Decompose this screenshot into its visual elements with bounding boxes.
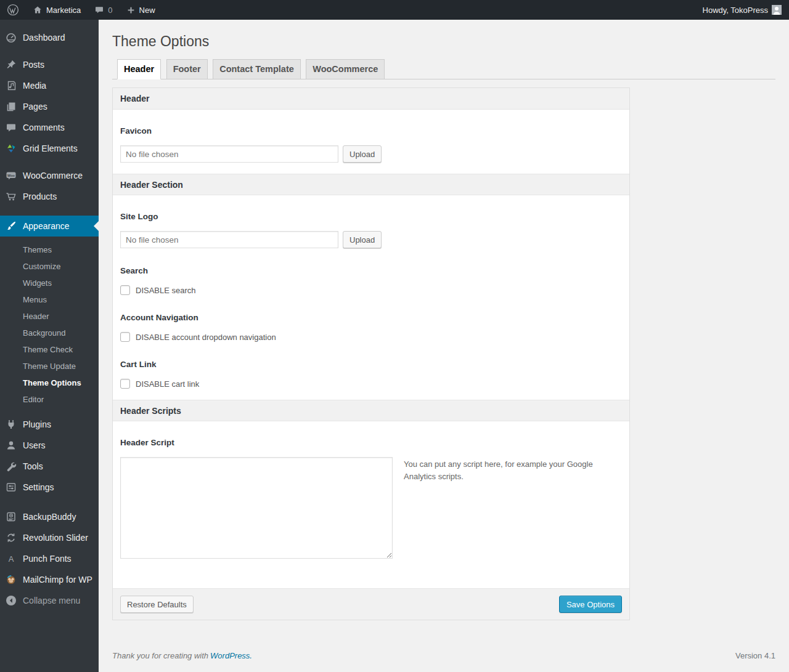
sidebar-subitem-theme-update[interactable]: Theme Update — [0, 358, 99, 374]
sidebar-item-pages[interactable]: Pages — [0, 96, 99, 117]
sidebar-item-label: Posts — [23, 59, 44, 71]
mailchimp-monkey-icon — [5, 573, 17, 586]
cart-link-label: Cart Link — [120, 360, 622, 369]
dashboard-icon — [5, 31, 17, 44]
pages-icon — [5, 100, 17, 113]
tab-contact-template[interactable]: Contact Template — [213, 59, 301, 79]
disable-account-nav-row: DISABLE account dropdown navigation — [120, 332, 622, 342]
disable-search-checkbox[interactable] — [120, 285, 130, 295]
sidebar-item-revolution-slider[interactable]: Revolution Slider — [0, 527, 99, 548]
version-label: Version 4.1 — [735, 651, 775, 660]
favicon-upload-button[interactable]: Upload — [343, 145, 382, 163]
new-content-menu[interactable]: New — [120, 0, 162, 20]
sidebar-subitem-header[interactable]: Header — [0, 308, 99, 325]
header-script-label: Header Script — [120, 438, 622, 447]
admin-bar-left: Marketica 0 New — [0, 0, 162, 20]
sidebar-item-appearance[interactable]: Appearance — [0, 216, 99, 237]
sidebar-item-grid-elements[interactable]: Grid Elements — [0, 138, 99, 159]
sidebar-subitem-themes[interactable]: Themes — [0, 241, 99, 258]
menu-separator — [0, 207, 99, 216]
wordpress-link[interactable]: WordPress. — [210, 651, 252, 660]
sidebar-subitem-menus[interactable]: Menus — [0, 291, 99, 308]
comment-count: 0 — [108, 6, 112, 15]
tab-footer[interactable]: Footer — [166, 59, 208, 79]
search-field: Search DISABLE search — [120, 266, 622, 295]
favicon-file-input[interactable] — [120, 145, 338, 163]
sidebar-subitem-theme-check[interactable]: Theme Check — [0, 341, 99, 358]
refresh-arrows-icon — [5, 532, 17, 544]
collapse-menu-button[interactable]: Collapse menu — [0, 590, 99, 611]
site-name-menu[interactable]: Marketica — [26, 0, 88, 20]
footer-thanks-text: Thank you for creating with — [112, 651, 208, 660]
sidebar-item-settings[interactable]: Settings — [0, 477, 99, 498]
sidebar-item-woocommerce[interactable]: Woo WooCommerce — [0, 165, 99, 186]
woocommerce-icon: Woo — [5, 169, 17, 182]
disable-account-nav-label: DISABLE account dropdown navigation — [136, 333, 276, 342]
sidebar-item-label: Products — [23, 190, 57, 203]
sidebar-item-label: BackupBuddy — [23, 511, 76, 523]
svg-text:Woo: Woo — [7, 174, 15, 177]
sidebar-item-label: Plugins — [23, 418, 51, 431]
sliders-icon — [5, 481, 17, 493]
header-script-textarea[interactable] — [120, 457, 393, 559]
sidebar-item-dashboard[interactable]: Dashboard — [0, 27, 99, 48]
user-icon — [5, 439, 17, 451]
main-content: Theme Options Header Footer Contact Temp… — [99, 20, 789, 672]
wordpress-menu[interactable] — [0, 0, 26, 20]
new-label: New — [139, 6, 155, 15]
disable-cart-link-row: DISABLE cart link — [120, 379, 622, 389]
comments-menu[interactable]: 0 — [88, 0, 119, 20]
save-options-button[interactable]: Save Options — [559, 596, 622, 613]
sidebar-item-label: MailChimp for WP — [23, 573, 92, 586]
restore-defaults-button[interactable]: Restore Defaults — [120, 596, 194, 613]
menu-separator — [0, 48, 99, 54]
sidebar-item-label: Collapse menu — [23, 594, 80, 607]
sidebar-item-label: WooCommerce — [23, 169, 83, 182]
account-navigation-label: Account Navigation — [120, 313, 622, 322]
sidebar-item-plugins[interactable]: Plugins — [0, 414, 99, 435]
my-account-menu[interactable]: Howdy, TokoPress — [696, 0, 789, 20]
favicon-label: Favicon — [120, 126, 622, 136]
howdy-label: Howdy, TokoPress — [703, 6, 768, 15]
svg-text:A: A — [9, 554, 14, 564]
sidebar-subitem-customize[interactable]: Customize — [0, 258, 99, 275]
header-script-help: You can put any script here, for example… — [404, 458, 595, 483]
sidebar-item-punch-fonts[interactable]: A Punch Fonts — [0, 548, 99, 569]
search-label: Search — [120, 266, 622, 275]
sidebar-item-media[interactable]: Media — [0, 75, 99, 96]
menu-separator — [0, 498, 99, 506]
section-header-body: Favicon Upload — [113, 110, 629, 174]
disable-search-label: DISABLE search — [136, 286, 196, 295]
sidebar-item-label: Media — [23, 79, 46, 92]
sidebar-subitem-widgets[interactable]: Widgets — [0, 275, 99, 291]
tab-woocommerce[interactable]: WooCommerce — [306, 59, 385, 79]
site-logo-upload-button[interactable]: Upload — [343, 231, 382, 248]
sidebar-item-products[interactable]: Products — [0, 186, 99, 207]
site-logo-file-input[interactable] — [120, 231, 338, 248]
sidebar-item-mailchimp[interactable]: MailChimp for WP — [0, 569, 99, 590]
disable-account-nav-checkbox[interactable] — [120, 332, 130, 342]
grid-elements-icon — [5, 142, 17, 155]
sidebar-item-backupbuddy[interactable]: BackupBuddy — [0, 506, 99, 527]
sidebar-item-label: Tools — [23, 460, 43, 472]
collapse-arrow-icon — [5, 594, 17, 607]
sidebar-subitem-theme-options[interactable]: Theme Options — [0, 374, 99, 391]
section-header-scripts-body: Header Script You can put any script her… — [113, 421, 629, 588]
sidebar-item-posts[interactable]: Posts — [0, 54, 99, 75]
disable-cart-link-checkbox[interactable] — [120, 379, 130, 389]
sidebar-item-label: Dashboard — [23, 31, 65, 44]
site-logo-field: Site Logo Upload — [120, 212, 622, 248]
sidebar-subitem-background[interactable]: Background — [0, 325, 99, 341]
sidebar-subitem-editor[interactable]: Editor — [0, 391, 99, 408]
letter-a-icon: A — [5, 553, 17, 565]
sidebar-item-tools[interactable]: Tools — [0, 456, 99, 477]
sidebar-item-comments[interactable]: Comments — [0, 117, 99, 138]
site-name-label: Marketica — [46, 6, 81, 15]
backup-icon — [5, 511, 17, 523]
tab-header[interactable]: Header — [117, 59, 161, 79]
sidebar-item-label: Appearance — [23, 220, 70, 232]
sidebar-item-label: Revolution Slider — [23, 532, 88, 544]
sidebar-item-users[interactable]: Users — [0, 435, 99, 456]
sidebar-item-label: Grid Elements — [23, 142, 78, 155]
account-navigation-field: Account Navigation DISABLE account dropd… — [120, 313, 622, 342]
